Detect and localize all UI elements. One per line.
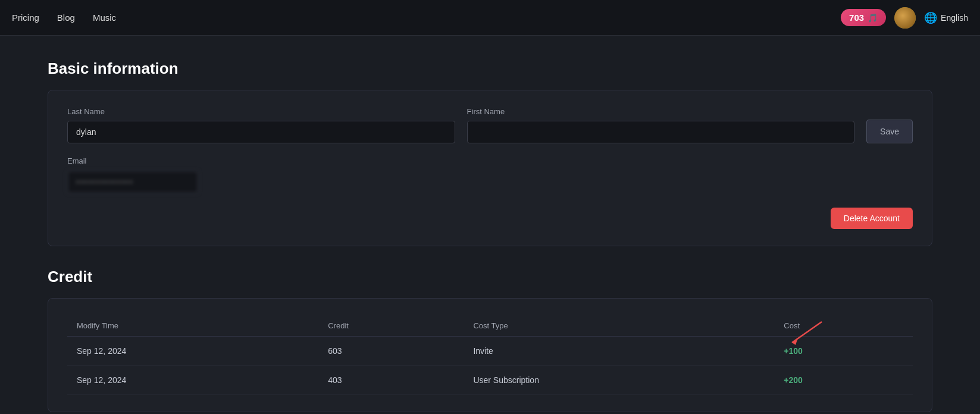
cell-credit: 403 xyxy=(318,366,464,395)
language-label: English xyxy=(941,13,968,23)
globe-icon: 🌐 xyxy=(924,11,937,24)
email-value: •••••••••••••• xyxy=(67,171,198,193)
credit-table: Modify Time Credit Cost Type Cost Sep 12… xyxy=(67,315,913,395)
last-name-label: Last Name xyxy=(67,107,455,116)
col-cost-type: Cost Type xyxy=(464,315,774,337)
table-row: Sep 12, 2024 603 Invite +100 xyxy=(67,337,913,366)
cell-cost-type: User Subscription xyxy=(464,366,774,395)
cost-value: +100 xyxy=(784,346,803,356)
credit-card: Modify Time Credit Cost Type Cost Sep 12… xyxy=(48,298,932,412)
table-row: Sep 12, 2024 403 User Subscription +200 xyxy=(67,366,913,395)
cell-cost: +200 xyxy=(774,366,913,395)
cell-modify-time: Sep 12, 2024 xyxy=(67,337,318,366)
first-name-input[interactable] xyxy=(467,121,855,143)
last-name-group: Last Name xyxy=(67,107,455,143)
credit-count: 703 xyxy=(849,12,864,23)
credit-table-head: Modify Time Credit Cost Type Cost xyxy=(67,315,913,337)
credit-table-body: Sep 12, 2024 603 Invite +100 xyxy=(67,337,913,395)
first-name-label: First Name xyxy=(467,107,855,116)
cell-cost: +100 xyxy=(774,337,913,366)
name-row: Last Name First Name Save xyxy=(67,107,913,143)
credit-table-wrapper: Modify Time Credit Cost Type Cost Sep 12… xyxy=(67,315,913,395)
card-footer: Delete Account xyxy=(67,208,913,229)
save-button[interactable]: Save xyxy=(866,120,913,143)
nav-blog[interactable]: Blog xyxy=(57,12,75,23)
nav-right: 703 🎵 🌐 English xyxy=(841,7,968,29)
language-selector[interactable]: 🌐 English xyxy=(924,11,968,24)
col-cost: Cost xyxy=(774,315,913,337)
col-credit: Credit xyxy=(318,315,464,337)
nav-pricing[interactable]: Pricing xyxy=(12,12,39,23)
avatar-image xyxy=(894,7,916,29)
col-modify-time: Modify Time xyxy=(67,315,318,337)
basic-info-card: Last Name First Name Save Email ••••••••… xyxy=(48,90,932,246)
credit-badge[interactable]: 703 🎵 xyxy=(841,9,886,26)
last-name-input[interactable] xyxy=(67,121,455,143)
email-label: Email xyxy=(67,156,87,165)
nav-music[interactable]: Music xyxy=(93,12,116,23)
basic-info-title: Basic information xyxy=(48,59,932,78)
cell-cost-type: Invite xyxy=(464,337,774,366)
nav-links: Pricing Blog Music xyxy=(12,12,841,23)
credit-title: Credit xyxy=(48,268,932,286)
music-icon: 🎵 xyxy=(868,13,878,23)
avatar[interactable] xyxy=(894,7,916,29)
navbar: Pricing Blog Music 703 🎵 🌐 English xyxy=(0,0,980,36)
table-header-row: Modify Time Credit Cost Type Cost xyxy=(67,315,913,337)
cost-value: +200 xyxy=(784,375,803,385)
email-section: Email •••••••••••••• xyxy=(67,155,913,193)
delete-account-button[interactable]: Delete Account xyxy=(831,208,913,229)
cell-credit: 603 xyxy=(318,337,464,366)
svg-marker-1 xyxy=(792,338,798,345)
cell-modify-time: Sep 12, 2024 xyxy=(67,366,318,395)
first-name-group: First Name xyxy=(467,107,855,143)
main-content: Basic information Last Name First Name S… xyxy=(0,36,980,414)
